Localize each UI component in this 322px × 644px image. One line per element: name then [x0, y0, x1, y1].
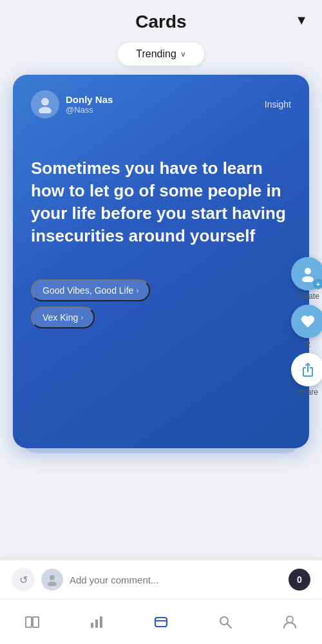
svg-point-3	[302, 276, 314, 282]
share-btn-wrap: Share	[291, 353, 322, 397]
filter-icon[interactable]: ▼	[295, 13, 308, 28]
card-tag: Insight	[265, 99, 291, 109]
comment-count: 0	[289, 569, 310, 591]
comment-bar: ↺ 0	[0, 560, 322, 599]
search-icon	[217, 614, 234, 630]
svg-point-5	[48, 582, 57, 586]
nav-item-cards[interactable]	[142, 609, 180, 636]
user-info: Donly Nas @Nass	[31, 90, 113, 118]
cards-icon	[153, 614, 169, 630]
like-btn-wrap: 2	[291, 305, 322, 349]
plus-badge: +	[313, 279, 322, 289]
tag-pills: Good Vibes, Good Life › Vex King ›	[31, 279, 291, 328]
svg-point-15	[287, 616, 293, 623]
stats-icon	[88, 614, 105, 630]
svg-line-14	[227, 623, 232, 628]
nav-item-search[interactable]	[207, 609, 244, 636]
comment-avatar	[41, 569, 63, 591]
card-user-row: Donly Nas @Nass Insight	[31, 90, 291, 118]
heart-icon	[300, 314, 316, 329]
svg-point-4	[50, 575, 55, 580]
main-card: Donly Nas @Nass Insight Sometimes you ha…	[13, 75, 309, 448]
action-buttons: + Create 2 Share	[291, 257, 322, 397]
like-button[interactable]	[291, 305, 322, 338]
quote-text: Sometimes you have to learn how to let g…	[31, 157, 291, 247]
avatar-icon	[36, 95, 54, 113]
share-label: Share	[298, 388, 318, 397]
svg-point-2	[305, 268, 311, 274]
svg-rect-8	[91, 623, 93, 628]
pill-arrow-icon: ›	[80, 313, 83, 322]
create-label: Create	[296, 292, 319, 301]
svg-rect-6	[26, 617, 32, 627]
create-btn-wrap: + Create	[291, 257, 322, 301]
pill-label: Vex King	[43, 312, 78, 323]
trending-bar: Trending ∨	[0, 43, 322, 66]
svg-point-0	[41, 98, 49, 106]
svg-point-1	[39, 107, 52, 113]
pill-arrow-icon: ›	[136, 286, 138, 295]
card-container: Donly Nas @Nass Insight Sometimes you ha…	[13, 75, 309, 448]
user-name: Donly Nas	[66, 94, 113, 105]
create-button[interactable]: +	[291, 257, 322, 290]
svg-rect-7	[33, 617, 39, 627]
refresh-button[interactable]: ↺	[12, 568, 35, 591]
nav-item-profile[interactable]	[271, 609, 308, 636]
user-text: Donly Nas @Nass	[66, 94, 113, 115]
read-icon	[24, 614, 41, 630]
svg-rect-10	[100, 616, 102, 628]
svg-rect-11	[155, 618, 167, 627]
pill-label: Good Vibes, Good Life	[43, 285, 133, 296]
pill-good-vibes[interactable]: Good Vibes, Good Life ›	[31, 279, 150, 301]
profile-icon	[281, 614, 298, 630]
share-button[interactable]	[291, 353, 322, 386]
trending-label: Trending	[136, 48, 176, 60]
page-title: Cards	[135, 12, 186, 32]
header: Cards ▼	[0, 0, 322, 39]
comment-user-icon	[46, 573, 59, 586]
svg-rect-9	[95, 620, 98, 628]
chevron-down-icon: ∨	[180, 50, 186, 59]
user-handle: @Nass	[66, 105, 113, 115]
create-avatar-icon	[299, 265, 316, 282]
comment-input[interactable]	[70, 574, 282, 585]
nav-item-stats[interactable]	[78, 609, 115, 636]
trending-dropdown[interactable]: Trending ∨	[118, 43, 204, 66]
bottom-nav	[0, 599, 322, 644]
share-icon	[300, 362, 316, 377]
like-count: 2	[305, 339, 310, 349]
avatar	[31, 90, 59, 118]
nav-item-read[interactable]	[14, 609, 51, 636]
pill-vex-king[interactable]: Vex King ›	[31, 307, 95, 328]
